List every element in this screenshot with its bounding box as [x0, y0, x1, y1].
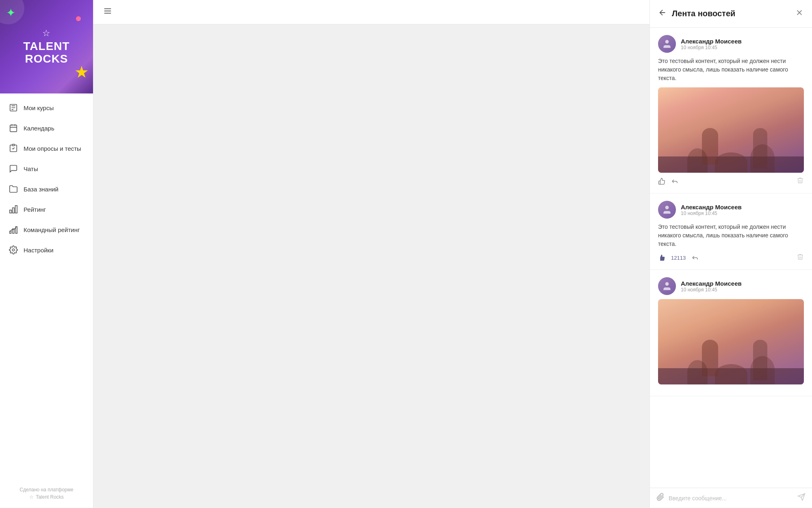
brand-star-icon: ☆: [29, 494, 34, 500]
news-post-2: Александр Моисеев 10 ноября 10:45 Это те…: [650, 193, 812, 270]
sidebar-item-knowledge[interactable]: База знаний: [0, 179, 93, 199]
attach-button[interactable]: [656, 493, 665, 503]
sidebar-item-settings[interactable]: Настройки: [0, 240, 93, 260]
chats-icon: [9, 164, 18, 173]
delete-button-2[interactable]: [797, 253, 804, 262]
team-rating-icon: [9, 225, 18, 234]
settings-icon: [9, 245, 18, 254]
knowledge-icon: [9, 185, 18, 193]
news-panel: Лента новостей Александр Моисеев 10 нояб…: [650, 0, 812, 508]
post-header-2: Александр Моисеев 10 ноября 10:45: [658, 201, 804, 219]
news-post-1: Александр Моисеев 10 ноября 10:45 Это те…: [650, 28, 812, 193]
reply-button-2[interactable]: [691, 254, 699, 261]
sidebar-item-team-rating[interactable]: Командный рейтинг: [0, 219, 93, 240]
sidebar-item-calendar[interactable]: Календарь: [0, 118, 93, 138]
news-panel-title: Лента новостей: [672, 9, 790, 18]
sidebar: ✦ ★ ☆ TALENT ROCKS Мои курсы Календарь: [0, 0, 93, 508]
post-date-3: 10 ноября 10:45: [681, 287, 742, 293]
svg-point-22: [665, 282, 669, 286]
post-header-3: Александр Моисеев 10 ноября 10:45: [658, 277, 804, 295]
logo-title: TALENT ROCKS: [23, 40, 69, 65]
news-body: Александр Моисеев 10 ноября 10:45 Это те…: [650, 28, 812, 488]
logo-star-icon: ☆: [42, 28, 50, 39]
post-image-3: [658, 299, 804, 384]
news-header: Лента новостей: [650, 0, 812, 28]
close-button[interactable]: [795, 8, 804, 19]
svg-rect-6: [10, 231, 11, 234]
menu-icon[interactable]: [103, 7, 112, 17]
post-author-3: Александр Моисеев: [681, 280, 742, 287]
sidebar-item-surveys[interactable]: Мои опросы и тесты: [0, 138, 93, 158]
message-input[interactable]: [669, 495, 793, 501]
courses-icon: [9, 103, 18, 112]
post-author-2: Александр Моисеев: [681, 204, 742, 211]
post-actions-1: [658, 177, 804, 186]
like-count-2: 12113: [671, 255, 686, 261]
logo-text: ☆ TALENT ROCKS: [23, 28, 69, 65]
back-button[interactable]: [658, 8, 667, 19]
post-avatar-3: [658, 277, 676, 295]
star-decoration-icon: ✦: [6, 6, 15, 20]
svg-rect-3: [10, 210, 12, 213]
svg-rect-1: [10, 125, 17, 132]
star-decoration-icon-2: ★: [74, 63, 89, 81]
sidebar-item-rating[interactable]: Рейтинг: [0, 199, 93, 219]
sidebar-brand: ☆ Talent Rocks: [8, 494, 85, 500]
post-text-2: Это тестовый контент, который не должен …: [658, 223, 804, 248]
post-date-2: 10 ноября 10:45: [681, 211, 742, 216]
post-date-1: 10 ноября 10:45: [681, 45, 742, 50]
calendar-icon: [9, 124, 18, 132]
post-actions-2: 12113: [658, 253, 804, 262]
post-author-1: Александр Моисеев: [681, 38, 742, 45]
like-button-1[interactable]: [658, 178, 665, 185]
post-header: Александр Моисеев 10 ноября 10:45: [658, 35, 804, 53]
sidebar-footer: Сделано на платформе ☆ Talent Rocks: [0, 479, 93, 508]
like-button-2[interactable]: [658, 254, 665, 261]
reply-button-1[interactable]: [671, 178, 678, 185]
surveys-icon: [9, 144, 18, 153]
post-image-1: [658, 87, 804, 173]
svg-rect-5: [15, 206, 17, 213]
sidebar-nav: Мои курсы Календарь Мои опросы и тесты Ч…: [0, 93, 93, 479]
svg-point-9: [12, 249, 15, 251]
send-button[interactable]: [797, 493, 806, 503]
sidebar-item-courses[interactable]: Мои курсы: [0, 98, 93, 118]
delete-button-1[interactable]: [797, 177, 804, 186]
post-avatar-2: [658, 201, 676, 219]
sidebar-item-chats[interactable]: Чаты: [0, 158, 93, 179]
sidebar-logo: ✦ ★ ☆ TALENT ROCKS: [0, 0, 93, 93]
svg-rect-4: [13, 208, 15, 213]
svg-point-20: [665, 40, 669, 43]
news-footer: [650, 488, 812, 508]
rating-icon: [9, 205, 18, 214]
post-text-1: Это тестовый контент, который не должен …: [658, 57, 804, 82]
news-post-3: Александр Моисеев 10 ноября 10:45: [650, 270, 812, 396]
dot-decoration: [76, 16, 81, 21]
post-avatar-1: [658, 35, 676, 53]
svg-point-21: [665, 206, 669, 209]
svg-rect-2: [12, 144, 15, 146]
